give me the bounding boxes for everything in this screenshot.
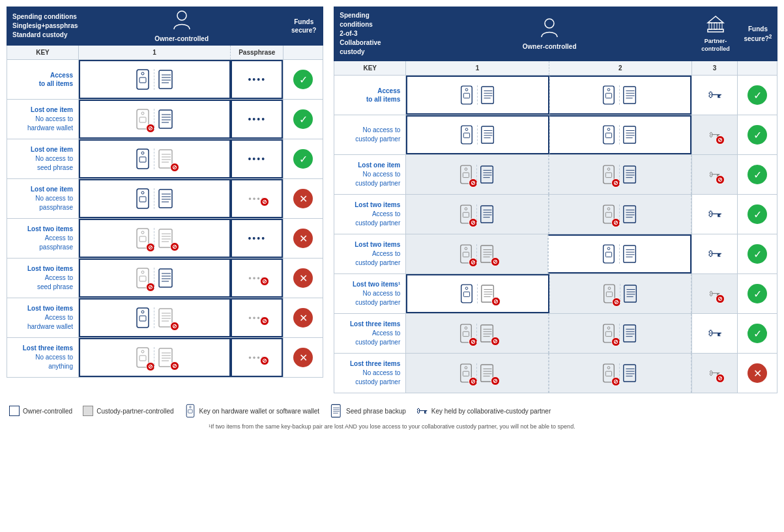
main-container: Spending conditions Singlesig+passphrase… [7, 7, 777, 393]
seed-phrase-active [619, 165, 639, 184]
svg-point-11 [141, 112, 144, 115]
funds-label: Funds secure? [287, 18, 320, 35]
seed-phrase-inactive: ⊘ [154, 347, 175, 368]
svg-point-193 [607, 367, 610, 369]
table-row: Accessto all items [334, 76, 777, 115]
partner-key-active: 🗝 [692, 314, 738, 353]
seed-phrase-active [477, 125, 497, 145]
svg-rect-10 [139, 117, 146, 122]
hw-wallet-inactive: ⊘ [601, 164, 617, 185]
row-label: Lost three items Access to custody partn… [334, 314, 406, 353]
partner-key-inactive: 🗝 ⊘ [692, 274, 738, 313]
svg-point-0 [177, 11, 186, 20]
svg-rect-34 [139, 236, 146, 242]
seed-phrase-icon [154, 109, 175, 130]
row-label: Accessto all items [7, 60, 79, 99]
svg-rect-44 [159, 269, 172, 287]
seed-phrase-active [620, 284, 639, 303]
svg-rect-200 [188, 410, 192, 413]
hw-wallet-inactive: ⊘ [134, 346, 151, 369]
left-data-rows: Accessto all items •••• [7, 60, 323, 378]
svg-point-97 [607, 128, 610, 131]
result-check: ✓ [738, 314, 777, 353]
legend: Owner-controlled Custody-partner-control… [7, 404, 777, 418]
hw-wallet-active [459, 124, 474, 145]
hw-wallet-icon [134, 68, 151, 91]
seed-phrase-active [476, 204, 496, 224]
result-x: ✕ [283, 298, 323, 337]
svg-rect-26 [139, 197, 146, 202]
table-row: Lost two items Access to custody partner… [334, 195, 777, 234]
passphrase-inactive: •••• ⊘ [248, 194, 265, 204]
hw-wallet-inactive: ⊘ [601, 204, 617, 225]
svg-point-59 [141, 350, 144, 353]
col3-label-right: 3 [692, 61, 738, 75]
title-line1: Spending conditions [340, 11, 399, 29]
svg-rect-122 [481, 206, 493, 223]
title-line3: Collaborative custody [340, 38, 399, 57]
svg-rect-160 [606, 292, 612, 296]
svg-rect-68 [714, 23, 717, 29]
table-row: Lost two items Access to hardware wallet… [7, 298, 323, 338]
svg-point-113 [607, 168, 610, 171]
hw-wallet-active [459, 283, 474, 304]
result-x: ✕ [283, 219, 323, 258]
funds-superscript: 2 [769, 33, 772, 40]
table-row: Lost one item No access to passphrase [7, 179, 323, 219]
svg-point-145 [607, 247, 610, 250]
svg-point-65 [545, 19, 554, 28]
svg-point-177 [607, 327, 610, 329]
title-line3: Standard custody [12, 31, 81, 40]
seed-phrase-active [619, 204, 639, 224]
svg-point-129 [607, 208, 610, 210]
legend-seed: Seed phrase backup [330, 404, 406, 418]
svg-point-73 [465, 89, 468, 91]
seed-phrase-active [619, 244, 639, 264]
hw-legend-icon [184, 404, 196, 418]
seed-phrase-active [619, 125, 639, 145]
table-row: Lost three items No access to anything ⊘ [7, 338, 323, 378]
svg-point-201 [189, 406, 191, 408]
svg-point-121 [465, 208, 467, 210]
right-partner-header: Partner-controlled [693, 7, 738, 61]
hw-wallet-inactive: ⊘ [134, 108, 151, 130]
col1-label-right: 1 [406, 61, 549, 75]
svg-point-3 [141, 72, 144, 75]
legend-collab-label: Key held by collaborative-custody partne… [431, 408, 551, 415]
svg-rect-58 [139, 356, 146, 361]
table-row: Lost three items No access to custody pa… [334, 354, 777, 393]
left-funds-header: Funds secure? [284, 7, 323, 46]
footnote: ¹If two items from the same key-backup p… [7, 423, 777, 430]
result-x: ✕ [283, 338, 323, 377]
row-label: Lost two items Access to custody partner [334, 234, 406, 273]
svg-rect-90 [482, 126, 494, 143]
table-row: Lost two items¹ No access to custody par… [334, 274, 777, 314]
row-label: Lost one item No access to seed phrase [7, 139, 79, 178]
row-label: Lost one item No access to hardware wall… [7, 100, 79, 139]
seed-phrase-inactive: ⊘ [476, 363, 496, 383]
svg-point-161 [608, 287, 611, 290]
right-table: Spending conditions 2-of-3 Collaborative… [334, 7, 777, 393]
seed-phrase-inactive: ⊘ [154, 307, 175, 328]
svg-point-81 [607, 89, 610, 91]
table-row: Lost two items Access to custody partner… [334, 234, 777, 274]
row-label: Lost one item No access to passphrase [7, 179, 79, 218]
svg-rect-128 [606, 212, 612, 217]
seed-phrase-inactive: ⊘ [476, 244, 496, 264]
svg-rect-4 [159, 70, 172, 89]
result-check: ✓ [738, 274, 777, 313]
partner-key-inactive: 🗝 ⊘ [692, 115, 738, 154]
table-row: Lost one item No access to custody partn… [334, 155, 777, 195]
svg-rect-162 [624, 285, 637, 302]
legend-custody-label: Custody-partner-controlled [96, 408, 173, 415]
key-label-right: KEY [334, 61, 406, 75]
table-row: Accessto all items •••• [7, 60, 323, 100]
row-label: No access to custody partner [334, 115, 406, 154]
svg-point-169 [465, 327, 467, 329]
title-line1: Spending conditions [12, 12, 81, 21]
seed-phrase-active [476, 165, 496, 184]
hw-wallet-inactive: ⊘ [458, 363, 474, 384]
left-owner-header: Owner-controlled [78, 7, 284, 46]
hw-wallet-active [459, 85, 474, 105]
table-row: Lost one item No access to hardware wall… [7, 100, 323, 139]
